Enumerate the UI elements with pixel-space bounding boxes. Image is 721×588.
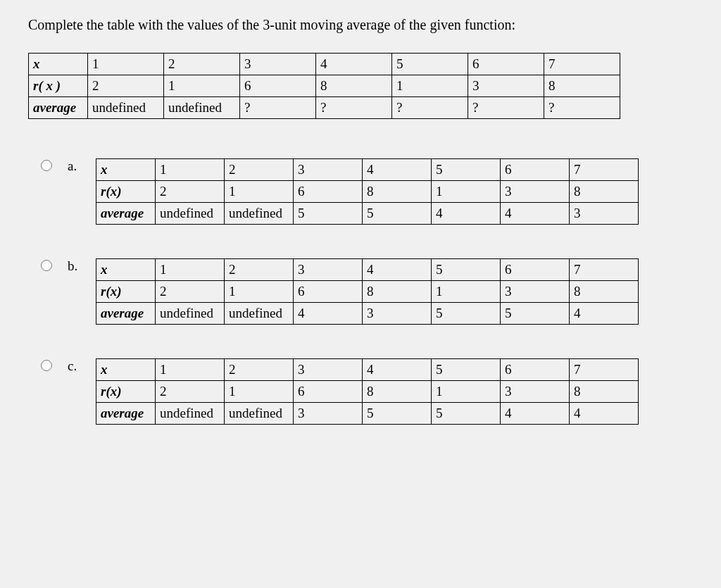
row-label-rx: r( x ) <box>29 75 88 97</box>
cell: 6 <box>501 159 570 181</box>
cell: 5 <box>363 203 432 225</box>
table-row: x 1 2 3 4 5 6 7 <box>96 359 639 381</box>
cell: 1 <box>392 75 468 97</box>
row-label-x: x <box>96 259 156 281</box>
answer-option-a: a. x 1 2 3 4 5 6 7 r(x) 2 1 6 8 <box>28 158 693 225</box>
cell: 4 <box>570 403 639 425</box>
cell: ? <box>392 97 468 119</box>
table-row: x 1 2 3 4 5 6 7 <box>29 54 620 75</box>
row-label-x: x <box>96 359 156 381</box>
cell: 8 <box>363 181 432 203</box>
cell: 8 <box>316 75 392 97</box>
cell: 5 <box>392 54 468 75</box>
cell: 7 <box>544 54 620 75</box>
cell: 8 <box>363 281 432 303</box>
radio-option-a[interactable] <box>41 160 52 171</box>
page-container: Complete the table with the values of th… <box>0 0 721 588</box>
row-label-x: x <box>96 159 156 181</box>
answer-option-b: b. x 1 2 3 4 5 6 7 r(x) 2 1 6 8 <box>28 258 693 325</box>
option-letter: c. <box>68 358 77 374</box>
cell: 4 <box>363 359 432 381</box>
row-label-rx: r(x) <box>96 281 156 303</box>
cell: 1 <box>156 259 225 281</box>
question-prompt: Complete the table with the values of th… <box>28 17 693 33</box>
cell: 6 <box>501 359 570 381</box>
table-row: r(x) 2 1 6 8 1 3 8 <box>96 381 639 403</box>
cell: 3 <box>570 203 639 225</box>
cell: 1 <box>156 359 225 381</box>
cell: 3 <box>294 259 363 281</box>
cell: 7 <box>570 359 639 381</box>
cell: 2 <box>156 181 225 203</box>
cell: 6 <box>468 54 544 75</box>
table-row: average undefined undefined 3 5 5 4 4 <box>96 403 639 425</box>
cell: 8 <box>570 381 639 403</box>
cell: 6 <box>294 381 363 403</box>
row-label-avg: average <box>96 203 156 225</box>
cell: 2 <box>225 359 294 381</box>
table-row: r(x) 2 1 6 8 1 3 8 <box>96 281 639 303</box>
row-label-avg: average <box>29 97 88 119</box>
cell: 1 <box>156 159 225 181</box>
option-table-b: x 1 2 3 4 5 6 7 r(x) 2 1 6 8 1 3 <box>96 258 639 325</box>
table-row: r( x ) 2 1 6 8 1 3 8 <box>29 75 620 97</box>
cell: 1 <box>432 381 501 403</box>
cell: undefined <box>156 403 225 425</box>
cell: 2 <box>225 259 294 281</box>
cell: 1 <box>164 75 240 97</box>
cell: 3 <box>468 75 544 97</box>
cell: 3 <box>501 381 570 403</box>
row-label-x: x <box>29 54 88 75</box>
cell: 2 <box>156 381 225 403</box>
row-label-avg: average <box>96 303 156 325</box>
cell: undefined <box>88 97 164 119</box>
cell: 6 <box>294 281 363 303</box>
cell: undefined <box>156 303 225 325</box>
cell: undefined <box>164 97 240 119</box>
cell: 3 <box>363 303 432 325</box>
cell: 2 <box>156 281 225 303</box>
cell: undefined <box>225 403 294 425</box>
cell: 2 <box>225 159 294 181</box>
cell: 1 <box>88 54 164 75</box>
cell: 1 <box>432 281 501 303</box>
cell: ? <box>468 97 544 119</box>
table-row: x 1 2 3 4 5 6 7 <box>96 159 639 181</box>
option-letter: b. <box>68 258 77 274</box>
row-label-rx: r(x) <box>96 381 156 403</box>
cell: 5 <box>432 303 501 325</box>
cell: undefined <box>156 203 225 225</box>
option-table-a: x 1 2 3 4 5 6 7 r(x) 2 1 6 8 1 3 <box>96 158 639 225</box>
cell: 3 <box>501 181 570 203</box>
table-row: average undefined undefined ? ? ? ? ? <box>29 97 620 119</box>
cell: 1 <box>432 181 501 203</box>
cell: 5 <box>432 259 501 281</box>
cell: 4 <box>294 303 363 325</box>
cell: 1 <box>225 281 294 303</box>
cell: 3 <box>294 403 363 425</box>
cell: 1 <box>225 181 294 203</box>
cell: 5 <box>432 159 501 181</box>
cell: undefined <box>225 203 294 225</box>
cell: ? <box>316 97 392 119</box>
cell: 8 <box>363 381 432 403</box>
cell: 6 <box>294 181 363 203</box>
cell: 7 <box>570 259 639 281</box>
cell: 8 <box>570 281 639 303</box>
cell: 4 <box>570 303 639 325</box>
answer-option-c: c. x 1 2 3 4 5 6 7 r(x) 2 1 6 8 <box>28 358 693 425</box>
table-row: x 1 2 3 4 5 6 7 <box>96 259 639 281</box>
table-row: average undefined undefined 5 5 4 4 3 <box>96 203 639 225</box>
cell: 8 <box>570 181 639 203</box>
cell: 5 <box>432 403 501 425</box>
cell: 3 <box>501 281 570 303</box>
cell: 3 <box>294 159 363 181</box>
radio-option-b[interactable] <box>41 260 52 271</box>
row-label-rx: r(x) <box>96 181 156 203</box>
cell: 7 <box>570 159 639 181</box>
radio-option-c[interactable] <box>41 360 52 371</box>
cell: 4 <box>316 54 392 75</box>
cell: 2 <box>88 75 164 97</box>
cell: 5 <box>363 403 432 425</box>
cell: 4 <box>363 159 432 181</box>
